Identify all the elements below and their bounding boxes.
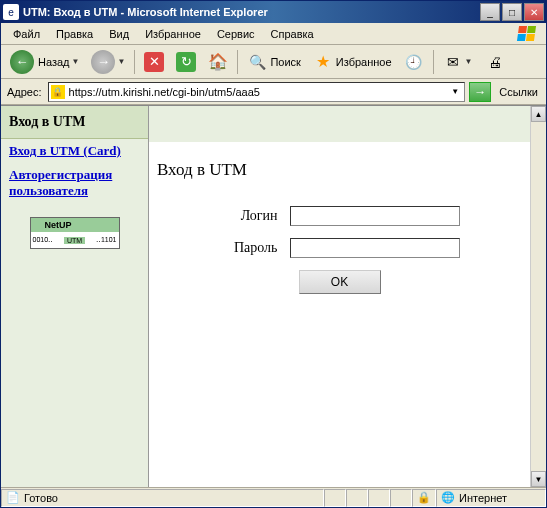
address-input[interactable] [69,86,449,98]
vertical-scrollbar[interactable]: ▲ ▼ [530,106,546,487]
links-button[interactable]: Ссылки [495,86,542,98]
window-title: UTM: Вход в UTM - Microsoft Internet Exp… [23,6,480,18]
favorites-button[interactable]: ★ Избранное [308,49,397,75]
ok-button[interactable]: OK [299,270,381,294]
menu-favorites[interactable]: Избранное [137,26,209,42]
sidebar: Вход в UTM Вход в UTM (Card) Авторегистр… [1,106,149,487]
sidebar-link-register[interactable]: Авторегистрация пользователя [1,163,148,203]
toolbar: ← Назад ▼ → ▼ ✕ ↻ 🏠 🔍 Поиск ★ Избранное … [1,45,546,79]
back-arrow-icon: ← [10,50,34,74]
forward-arrow-icon: → [91,50,115,74]
refresh-icon: ↻ [176,52,196,72]
lock-icon: 🔒 [51,85,65,99]
stop-button[interactable]: ✕ [139,49,169,75]
password-input[interactable] [290,238,460,258]
titlebar[interactable]: e UTM: Вход в UTM - Microsoft Internet E… [1,1,546,23]
main-content: Вход в UTM Логин Пароль OK [149,106,530,487]
star-icon: ★ [313,52,333,72]
address-label: Адрес: [5,86,44,98]
refresh-button[interactable]: ↻ [171,49,201,75]
scroll-down-button[interactable]: ▼ [531,471,546,487]
lock-status-icon: 🔒 [417,491,431,505]
address-bar: Адрес: 🔒 ▼ → Ссылки [1,79,546,105]
history-button[interactable]: 🕘 [399,49,429,75]
address-dropdown-icon[interactable]: ▼ [448,87,462,96]
menu-help[interactable]: Справка [263,26,322,42]
address-input-wrap[interactable]: 🔒 ▼ [48,82,466,102]
minimize-button[interactable]: _ [480,3,500,21]
page-title: Вход в UTM [157,160,522,180]
separator [134,50,135,74]
menubar: Файл Правка Вид Избранное Сервис Справка [1,23,546,45]
chevron-down-icon: ▼ [72,57,80,66]
main-header-strip [149,106,530,142]
maximize-button[interactable]: □ [502,3,522,21]
search-button[interactable]: 🔍 Поиск [242,49,305,75]
content-area: Вход в UTM Вход в UTM (Card) Авторегистр… [1,105,546,487]
forward-button[interactable]: → ▼ [86,49,130,75]
status-pane-1 [324,489,346,507]
menu-edit[interactable]: Правка [48,26,101,42]
mail-icon: ✉ [443,52,463,72]
password-label: Пароль [220,240,290,256]
menu-view[interactable]: Вид [101,26,137,42]
menu-tools[interactable]: Сервис [209,26,263,42]
status-pane-4 [390,489,412,507]
stop-icon: ✕ [144,52,164,72]
scroll-up-button[interactable]: ▲ [531,106,546,122]
globe-icon: 🌐 [441,491,455,505]
sidebar-link-card[interactable]: Вход в UTM (Card) [1,139,148,163]
print-icon: 🖨 [485,52,505,72]
statusbar: 📄 Готово 🔒 🌐 Интернет [1,487,546,507]
zone-text: Интернет [459,492,507,504]
separator [237,50,238,74]
netup-badge[interactable]: NetUP 0010‥ UTM ‥1101 [30,217,120,249]
search-icon: 🔍 [247,52,267,72]
history-icon: 🕘 [404,52,424,72]
ie-icon: e [3,4,19,20]
sidebar-heading: Вход в UTM [1,106,148,139]
go-button[interactable]: → [469,82,491,102]
chevron-down-icon: ▼ [117,57,125,66]
separator [433,50,434,74]
login-label: Логин [220,208,290,224]
status-pane-2 [346,489,368,507]
netup-brand: NetUP [45,220,72,230]
page-icon: 📄 [6,491,20,505]
mail-button[interactable]: ✉▼ [438,49,478,75]
menu-file[interactable]: Файл [5,26,48,42]
status-pane-3 [368,489,390,507]
home-icon: 🏠 [208,52,228,72]
status-text: Готово [24,492,58,504]
browser-window: e UTM: Вход в UTM - Microsoft Internet E… [0,0,547,508]
close-button[interactable]: ✕ [524,3,544,21]
print-button[interactable]: 🖨 [480,49,510,75]
login-input[interactable] [290,206,460,226]
back-button[interactable]: ← Назад ▼ [5,49,84,75]
windows-logo-icon [510,24,542,44]
scroll-track[interactable] [531,122,546,471]
home-button[interactable]: 🏠 [203,49,233,75]
